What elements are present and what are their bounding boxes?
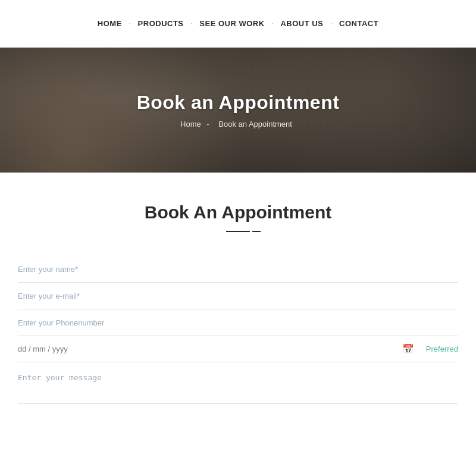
- nav-links: HOME · PRODUCTS · SEE OUR WORK · ABOUT U…: [90, 19, 386, 28]
- date-input[interactable]: [18, 342, 402, 356]
- message-textarea[interactable]: [18, 362, 458, 404]
- title-underline: [226, 231, 250, 232]
- nav-link-contact[interactable]: CONTACT: [332, 19, 386, 28]
- nav-link-products[interactable]: PRODUCTS: [131, 19, 191, 28]
- email-input[interactable]: [18, 283, 458, 309]
- sidebar-item-see-our-work[interactable]: SEE OUR WORK: [192, 19, 271, 28]
- main-content: Book An Appointment 📅 Preferred: [0, 173, 476, 428]
- hero-title: Book an Appointment: [137, 92, 340, 114]
- nav-link-home[interactable]: HOME: [90, 19, 129, 28]
- sidebar-item-products[interactable]: PRODUCTS: [131, 19, 191, 28]
- section-title: Book An Appointment: [18, 202, 458, 223]
- sidebar-item-about-us[interactable]: ABOUT US: [273, 19, 330, 28]
- appointment-form: 📅 Preferred: [18, 256, 458, 404]
- date-row: 📅 Preferred: [18, 336, 458, 362]
- preferred-label: Preferred: [426, 345, 458, 353]
- sidebar-item-contact[interactable]: CONTACT: [332, 19, 386, 28]
- breadcrumb-home-link[interactable]: Home: [180, 120, 201, 129]
- breadcrumb: Home - Book an Appointment: [137, 120, 340, 129]
- breadcrumb-separator: -: [206, 120, 209, 129]
- hero-section: Book an Appointment Home - Book an Appoi…: [0, 48, 476, 173]
- sidebar-item-home[interactable]: HOME: [90, 19, 129, 28]
- nav-link-about-us[interactable]: ABOUT US: [273, 19, 330, 28]
- navbar: HOME · PRODUCTS · SEE OUR WORK · ABOUT U…: [0, 0, 476, 48]
- hero-content: Book an Appointment Home - Book an Appoi…: [137, 92, 340, 129]
- calendar-icon[interactable]: 📅: [402, 343, 414, 355]
- phone-input[interactable]: [18, 309, 458, 336]
- nav-link-see-our-work[interactable]: SEE OUR WORK: [192, 19, 271, 28]
- name-input[interactable]: [18, 256, 458, 283]
- breadcrumb-current: Book an Appointment: [218, 120, 292, 129]
